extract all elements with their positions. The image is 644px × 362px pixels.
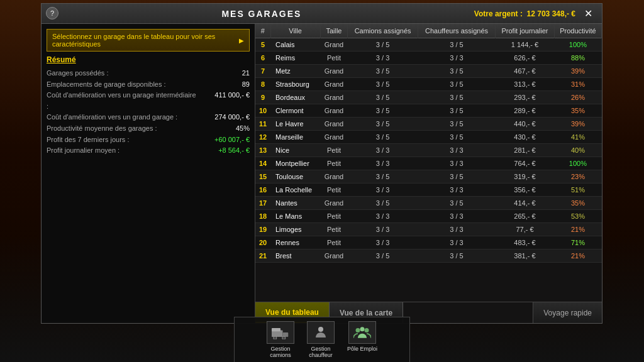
svg-point-8 <box>365 328 369 332</box>
taskbar-item-truck[interactable]: Gestion camions <box>267 321 294 358</box>
table-row[interactable]: 7MetzGrand3 / 53 / 5467,- €39% <box>255 65 602 78</box>
table-cell: 483,- € <box>496 236 555 250</box>
table-row[interactable]: 10ClermontGrand3 / 53 / 5289,- €35% <box>255 104 602 118</box>
money-label: Votre argent : <box>474 9 523 18</box>
table-col-header: Camions assignés <box>348 24 418 38</box>
table-cell: 3 / 3 <box>348 210 418 223</box>
truck-icon <box>267 321 294 344</box>
driver-icon <box>307 321 335 344</box>
table-cell: Brest <box>270 250 320 263</box>
table-cell: 9 <box>255 91 270 104</box>
table-cell: 6 <box>255 52 270 65</box>
table-row[interactable]: 6ReimsPetit3 / 33 / 3626,- €88% <box>255 52 602 65</box>
table-cell: 26% <box>554 91 601 104</box>
table-row[interactable]: 13NicePetit3 / 33 / 3281,- €40% <box>255 144 602 157</box>
table-cell: Petit <box>320 236 348 250</box>
table-row[interactable]: 21BrestGrand3 / 53 / 5381,- €21% <box>255 250 602 263</box>
table-cell: 39% <box>554 118 601 131</box>
table-cell: 3 / 5 <box>348 118 418 131</box>
table-cell: 3 / 3 <box>348 157 418 170</box>
table-row[interactable]: 15ToulouseGrand3 / 53 / 5319,- €23% <box>255 170 602 184</box>
table-col-header: Profit journalier <box>496 24 555 38</box>
table-row[interactable]: 12MarseilleGrand3 / 53 / 5430,- €41% <box>255 131 602 144</box>
table-cell: 14 <box>255 157 270 170</box>
table-cell: Grand <box>320 250 348 263</box>
table-cell: 3 / 3 <box>418 52 495 65</box>
table-cell: 10 <box>255 104 270 118</box>
table-cell: 23% <box>554 170 601 184</box>
table-cell: 15 <box>255 170 270 184</box>
voyage-rapide-button[interactable]: Voyage rapide <box>533 302 602 323</box>
garages-table-wrapper[interactable]: #VilleTailleCamions assignésChauffeurs a… <box>255 24 602 302</box>
table-cell: 51% <box>554 184 601 197</box>
table-cell: 3 / 5 <box>418 170 495 184</box>
table-cell: Grand <box>320 78 348 91</box>
table-cell: La Rochelle <box>270 184 320 197</box>
table-cell: 3 / 5 <box>418 38 495 52</box>
table-cell: 21% <box>554 250 601 263</box>
table-col-header: # <box>255 24 270 38</box>
table-cell: 11 <box>255 118 270 131</box>
table-cell: 3 / 3 <box>418 210 495 223</box>
modal-title: MES GARAGES <box>49 9 474 19</box>
modal-header: MES GARAGES Votre argent : 12 703 348,- … <box>42 4 602 24</box>
table-cell: 3 / 3 <box>418 144 495 157</box>
table-cell: 3 / 5 <box>418 197 495 210</box>
table-cell: 1 144,- € <box>496 38 555 52</box>
table-cell: 356,- € <box>496 184 555 197</box>
table-cell: 3 / 3 <box>418 223 495 236</box>
resume-title: Résumé <box>47 55 250 64</box>
table-cell: 313,- € <box>496 78 555 91</box>
table-cell: 17 <box>255 197 270 210</box>
right-panel: #VilleTailleCamions assignésChauffeurs a… <box>255 24 602 323</box>
table-row[interactable]: 19LimogesPetit3 / 33 / 377,- €21% <box>255 223 602 236</box>
table-cell: Clermont <box>270 104 320 118</box>
table-cell: Bordeaux <box>270 91 320 104</box>
svg-point-3 <box>282 336 286 339</box>
resume-row: Coût d'amélioration vers un grand garage… <box>47 112 250 123</box>
table-cell: Nantes <box>270 197 320 210</box>
table-row[interactable]: 9BordeauxGrand3 / 53 / 5293,- €26% <box>255 91 602 104</box>
resume-row: Garages possédés :21 <box>47 68 250 79</box>
table-cell: 319,- € <box>496 170 555 184</box>
table-cell: 440,- € <box>496 118 555 131</box>
table-cell: 35% <box>554 104 601 118</box>
table-cell: 3 / 5 <box>418 104 495 118</box>
garages-table: #VilleTailleCamions assignésChauffeurs a… <box>255 24 602 263</box>
table-cell: 3 / 5 <box>348 78 418 91</box>
table-cell: 414,- € <box>496 197 555 210</box>
taskbar: Gestion camions Gestion chauffeur Pôle E… <box>234 317 410 362</box>
select-garage-button[interactable]: Sélectionnez un garage dans le tableau p… <box>47 29 250 52</box>
table-row[interactable]: 18Le MansPetit3 / 33 / 3265,- €53% <box>255 210 602 223</box>
money-value: 12 703 348,- € <box>527 9 575 18</box>
resume-section: Résumé Garages possédés :21Emplacements … <box>47 55 250 318</box>
table-cell: Calais <box>270 38 320 52</box>
table-cell: Grand <box>320 131 348 144</box>
taskbar-item-jobs[interactable]: Pôle Emploi <box>347 321 377 358</box>
table-cell: 265,- € <box>496 210 555 223</box>
table-cell: Reims <box>270 52 320 65</box>
help-icon[interactable]: ? <box>46 7 58 19</box>
taskbar-label-driver: Gestion chauffeur <box>309 346 332 358</box>
table-row[interactable]: 14MontpellierPetit3 / 33 / 3764,- €100% <box>255 157 602 170</box>
table-cell: 3 / 5 <box>418 65 495 78</box>
svg-point-6 <box>356 328 360 332</box>
svg-point-7 <box>360 327 365 331</box>
table-cell: Grand <box>320 38 348 52</box>
table-cell: Toulouse <box>270 170 320 184</box>
table-row[interactable]: 20RennesPetit3 / 33 / 3483,- €71% <box>255 236 602 250</box>
table-col-header: Chauffeurs assignés <box>418 24 495 38</box>
table-cell: 3 / 3 <box>418 157 495 170</box>
table-col-header: Ville <box>270 24 320 38</box>
taskbar-item-driver[interactable]: Gestion chauffeur <box>307 321 335 358</box>
table-row[interactable]: 16La RochellePetit3 / 33 / 3356,- €51% <box>255 184 602 197</box>
table-row[interactable]: 8StrasbourgGrand3 / 53 / 5313,- €31% <box>255 78 602 91</box>
table-row[interactable]: 17NantesGrand3 / 53 / 5414,- €35% <box>255 197 602 210</box>
table-row[interactable]: 5CalaisGrand3 / 53 / 51 144,- €100% <box>255 38 602 52</box>
table-row[interactable]: 11Le HavreGrand3 / 53 / 5440,- €39% <box>255 118 602 131</box>
resume-row: Productivité moyenne des garages :45% <box>47 123 250 134</box>
table-cell: Petit <box>320 210 348 223</box>
table-cell: Metz <box>270 65 320 78</box>
close-button[interactable]: ✕ <box>582 8 594 20</box>
table-cell: Grand <box>320 170 348 184</box>
